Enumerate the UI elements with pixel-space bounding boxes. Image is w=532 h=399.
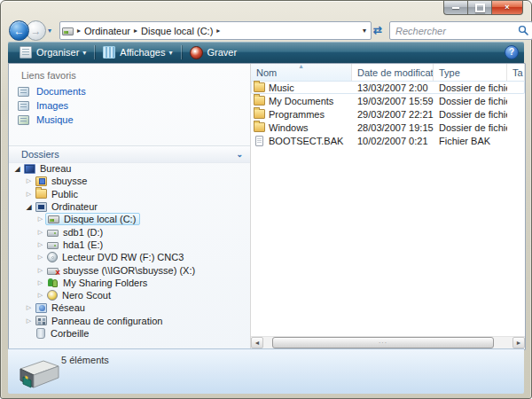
expanded-triangle-icon[interactable]: ◢ bbox=[24, 203, 34, 211]
recent-pages-dropdown[interactable]: ▾ bbox=[48, 27, 51, 35]
collapsed-triangle-icon[interactable]: ▷ bbox=[35, 215, 45, 223]
file-rows: Music13/03/2007 2:00Dossier de fichiersM… bbox=[251, 81, 525, 337]
tree-item-sbuysse-igor-sbuysse-x[interactable]: ▷sbuysse (\\IGOR\sbuysse) (X:) bbox=[9, 263, 248, 276]
collapsed-triangle-icon[interactable]: ▷ bbox=[35, 267, 45, 274]
computer-icon bbox=[35, 202, 47, 212]
collapsed-triangle-icon[interactable]: ▷ bbox=[24, 304, 34, 311]
tree-item-body: Bureau bbox=[22, 162, 74, 175]
column-header-nom[interactable]: ▴Nom bbox=[251, 64, 352, 81]
scroll-left-icon[interactable]: ◄ bbox=[251, 337, 263, 348]
drive-icon bbox=[47, 230, 59, 237]
column-header-type[interactable]: Type bbox=[434, 64, 507, 81]
refresh-button[interactable]: ⇄ bbox=[371, 23, 385, 37]
back-button[interactable]: ← bbox=[9, 20, 29, 41]
file-row-windows[interactable]: Windows28/03/2007 19:15Dossier de fichie… bbox=[251, 121, 525, 134]
help-button[interactable]: ? bbox=[505, 45, 519, 59]
collapsed-triangle-icon[interactable]: ▷ bbox=[35, 292, 45, 299]
folders-title: Dossiers bbox=[21, 149, 59, 160]
toolbar-button-affichages[interactable]: Affichages▾ bbox=[97, 43, 178, 61]
breadcrumb-item-disque-local-c[interactable]: Disque local (C:) bbox=[141, 26, 213, 36]
favorite-link-label: Musique bbox=[36, 114, 74, 125]
file-date-cell: 29/03/2007 22:21 bbox=[352, 109, 434, 120]
breadcrumb-separator-icon: ▸ bbox=[77, 27, 81, 35]
tree-item-public[interactable]: ▷Public bbox=[9, 188, 248, 200]
file-row-my-documents[interactable]: My Documents19/03/2007 15:59Dossier de f… bbox=[251, 94, 525, 107]
toolbar-separator bbox=[94, 45, 95, 59]
favorite-link-documents[interactable]: Documents bbox=[9, 84, 248, 98]
column-header-label: Date de modificati... bbox=[357, 67, 434, 78]
file-name-label: My Documents bbox=[269, 96, 333, 106]
folder-icon bbox=[35, 189, 47, 199]
collapsed-triangle-icon[interactable]: ▷ bbox=[35, 279, 45, 286]
desktop-icon bbox=[24, 164, 35, 174]
collapsed-triangle-icon[interactable]: ▷ bbox=[24, 317, 34, 325]
file-name-label: Music bbox=[269, 82, 294, 93]
expanded-triangle-icon[interactable]: ◢ bbox=[12, 165, 22, 173]
file-name-cell: Windows bbox=[251, 122, 352, 133]
tree-item-lecteur-dvd-rw-f-cnc3[interactable]: ▷Lecteur DVD RW (F:) CNC3 bbox=[9, 251, 248, 263]
minimize-icon bbox=[452, 7, 459, 9]
tree-item-my-sharing-folders[interactable]: ▷My Sharing Folders bbox=[9, 277, 248, 289]
tree-item-sdb1-d[interactable]: ▷sdb1 (D:) bbox=[9, 225, 248, 238]
file-row-music[interactable]: Music13/03/2007 2:00Dossier de fichiers bbox=[251, 81, 525, 94]
toolbar-button-graver[interactable]: Graver bbox=[184, 43, 244, 61]
tree-item-nero-scout[interactable]: ▷Nero Scout bbox=[9, 289, 248, 301]
collapsed-triangle-icon[interactable]: ▷ bbox=[35, 241, 45, 248]
tree-item-body: Nero Scout bbox=[45, 289, 114, 301]
file-list-pane: ▴NomDate de modificati...TypeTa Music13/… bbox=[251, 64, 525, 349]
collapsed-triangle-icon[interactable]: ▷ bbox=[24, 191, 34, 198]
tree-item-label: Réseau bbox=[51, 302, 85, 313]
breadcrumb-item-ordinateur[interactable]: Ordinateur bbox=[84, 26, 130, 36]
tree-item-label: sdb1 (D:) bbox=[63, 227, 103, 238]
tree-item-panneau-de-configuration[interactable]: ▷Panneau de configuration bbox=[9, 315, 248, 327]
collapsed-triangle-icon[interactable]: ▷ bbox=[35, 229, 45, 236]
maximize-button[interactable] bbox=[467, 1, 492, 15]
tree-item-body: sdb1 (D:) bbox=[45, 226, 106, 239]
collapsed-triangle-icon[interactable]: ▷ bbox=[24, 177, 34, 184]
tree-item-bureau[interactable]: ◢Bureau bbox=[9, 162, 248, 175]
file-row-programmes[interactable]: Programmes29/03/2007 22:21Dossier de fic… bbox=[251, 107, 525, 121]
minimize-button[interactable] bbox=[443, 1, 467, 15]
file-type-cell: Fichier BAK bbox=[434, 136, 507, 146]
toolbar-buttons: Organiser▾Affichages▾Graver bbox=[13, 43, 243, 61]
tree-item-body: My Sharing Folders bbox=[45, 277, 151, 289]
favorite-link-musique[interactable]: Musique bbox=[9, 113, 248, 127]
file-date-cell: 19/03/2007 15:59 bbox=[352, 96, 434, 106]
favorite-links-title: Liens favoris bbox=[21, 70, 76, 81]
tree-item-body: Réseau bbox=[34, 301, 89, 314]
close-button[interactable]: × bbox=[492, 1, 523, 15]
address-bar[interactable]: ▸Ordinateur▸Disque local (C:)▸ ▾ bbox=[59, 21, 372, 40]
scrollbar-track[interactable]: ··· bbox=[263, 337, 512, 349]
file-type-cell: Dossier de fichiers bbox=[434, 109, 507, 120]
file-type-cell: Dossier de fichiers bbox=[434, 96, 507, 106]
breadcrumb: ▸Ordinateur▸Disque local (C:)▸ bbox=[74, 26, 223, 36]
horizontal-scrollbar[interactable]: ◄ ··· ► bbox=[251, 336, 525, 349]
tree-item-ordinateur[interactable]: ◢Ordinateur bbox=[9, 200, 248, 213]
tree-item-r-seau[interactable]: ▷Réseau bbox=[9, 301, 248, 314]
content-area: Liens favoris DocumentsImagesMusique Aut… bbox=[8, 63, 526, 350]
search-input[interactable] bbox=[390, 22, 532, 39]
tree-item-corbeille[interactable]: Corbeille bbox=[9, 327, 248, 340]
collapsed-triangle-icon[interactable]: ▷ bbox=[35, 254, 45, 261]
details-pane: 5 éléments bbox=[8, 348, 524, 394]
column-header-ta[interactable]: Ta bbox=[507, 64, 525, 81]
toolbar-button-organiser[interactable]: Organiser▾ bbox=[13, 43, 92, 61]
favorite-link-images[interactable]: Images bbox=[9, 98, 248, 113]
tree-item-label: My Sharing Folders bbox=[63, 278, 147, 288]
tree-item-sbuysse[interactable]: ▷sbuysse bbox=[9, 175, 248, 187]
column-headers: ▴NomDate de modificati...TypeTa bbox=[251, 64, 525, 82]
breadcrumb-separator-icon: ▸ bbox=[134, 27, 137, 35]
recycle-bin-icon bbox=[36, 328, 45, 339]
folders-band[interactable]: Dossiers ⌄ bbox=[9, 145, 250, 163]
address-history-dropdown[interactable]: ▾ bbox=[360, 27, 369, 35]
scroll-right-icon[interactable]: ► bbox=[512, 337, 525, 348]
tree-item-hda1-e[interactable]: ▷hda1 (E:) bbox=[9, 239, 248, 251]
tree-item-disque-local-c[interactable]: ▷Disque local (C:) bbox=[9, 213, 248, 225]
file-row-bootsect-bak[interactable]: BOOTSECT.BAK10/02/2007 0:21Fichier BAK bbox=[251, 134, 525, 147]
scrollbar-thumb[interactable]: ··· bbox=[272, 337, 494, 348]
column-header-date-de-modificati[interactable]: Date de modificati... bbox=[352, 64, 434, 81]
folder-icon bbox=[254, 82, 265, 92]
command-toolbar: Organiser▾Affichages▾Graver ? bbox=[8, 42, 524, 64]
tree-item-label: Panneau de configuration bbox=[51, 316, 162, 326]
tree-item-body: Ordinateur bbox=[34, 200, 101, 213]
